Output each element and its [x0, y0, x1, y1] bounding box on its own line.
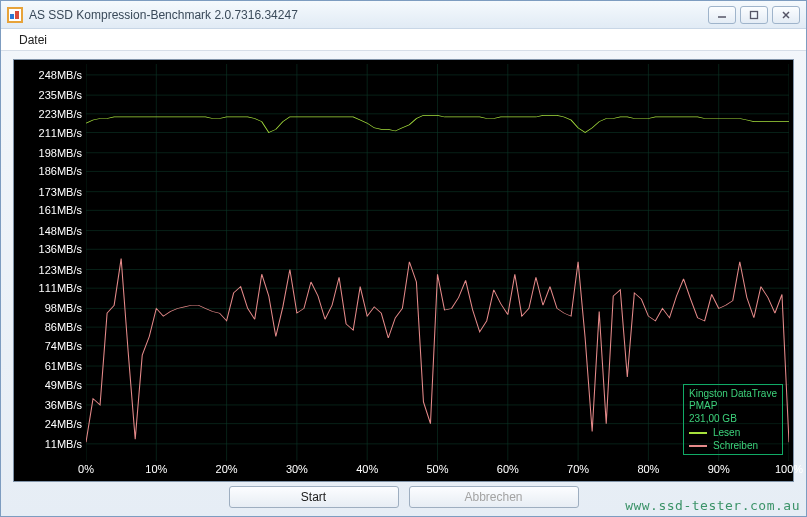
y-tick-label: 98MB/s [45, 302, 82, 314]
start-button[interactable]: Start [229, 486, 399, 508]
legend-write-row: Schreiben [689, 440, 777, 453]
y-tick-label: 123MB/s [39, 264, 82, 276]
y-tick-label: 11MB/s [45, 438, 82, 450]
y-tick-label: 74MB/s [45, 340, 82, 352]
svg-rect-3 [15, 11, 19, 19]
y-tick-label: 49MB/s [45, 379, 82, 391]
legend-read-row: Lesen [689, 427, 777, 440]
legend-read-label: Lesen [713, 427, 740, 440]
plot-area: Kingston DataTrave PMAP 231,00 GB Lesen … [86, 64, 789, 461]
x-tick-label: 0% [78, 463, 94, 475]
watermark: www.ssd-tester.com.au [625, 498, 800, 513]
x-tick-label: 60% [497, 463, 519, 475]
chart-area: 11MB/s24MB/s36MB/s49MB/s61MB/s74MB/s86MB… [13, 59, 794, 482]
y-tick-label: 24MB/s [45, 418, 82, 430]
x-tick-label: 10% [145, 463, 167, 475]
y-tick-label: 211MB/s [39, 127, 82, 139]
legend-device: Kingston DataTrave [689, 388, 777, 401]
y-tick-label: 173MB/s [39, 186, 82, 198]
y-tick-label: 61MB/s [45, 360, 82, 372]
y-tick-label: 198MB/s [39, 147, 82, 159]
x-axis-labels: 0%10%20%30%40%50%60%70%80%90%100% [86, 461, 789, 481]
x-tick-label: 80% [637, 463, 659, 475]
x-tick-label: 20% [216, 463, 238, 475]
minimize-button[interactable] [708, 6, 736, 24]
menu-file[interactable]: Datei [11, 31, 55, 49]
app-window: AS SSD Kompression-Benchmark 2.0.7316.34… [0, 0, 807, 517]
y-tick-label: 136MB/s [39, 243, 82, 255]
y-tick-label: 235MB/s [39, 89, 82, 101]
legend-write-swatch [689, 445, 707, 447]
window-title: AS SSD Kompression-Benchmark 2.0.7316.34… [29, 8, 708, 22]
benchmark-chart: 11MB/s24MB/s36MB/s49MB/s61MB/s74MB/s86MB… [14, 60, 793, 481]
y-tick-label: 161MB/s [39, 204, 82, 216]
y-tick-label: 111MB/s [39, 282, 82, 294]
x-tick-label: 30% [286, 463, 308, 475]
titlebar: AS SSD Kompression-Benchmark 2.0.7316.34… [1, 1, 806, 29]
window-controls [708, 6, 800, 24]
close-button[interactable] [772, 6, 800, 24]
x-tick-label: 40% [356, 463, 378, 475]
y-tick-label: 148MB/s [39, 225, 82, 237]
legend-device-sub: PMAP [689, 400, 777, 413]
y-tick-label: 86MB/s [45, 321, 82, 333]
legend-write-label: Schreiben [713, 440, 758, 453]
menubar: Datei [1, 29, 806, 51]
y-tick-label: 248MB/s [39, 69, 82, 81]
y-tick-label: 36MB/s [45, 399, 82, 411]
legend-read-swatch [689, 432, 707, 434]
x-tick-label: 70% [567, 463, 589, 475]
x-tick-label: 90% [708, 463, 730, 475]
legend-capacity: 231,00 GB [689, 413, 777, 426]
cancel-button[interactable]: Abbrechen [409, 486, 579, 508]
y-axis-labels: 11MB/s24MB/s36MB/s49MB/s61MB/s74MB/s86MB… [14, 60, 86, 461]
chart-legend: Kingston DataTrave PMAP 231,00 GB Lesen … [683, 384, 783, 456]
maximize-button[interactable] [740, 6, 768, 24]
y-tick-label: 186MB/s [39, 165, 82, 177]
app-icon [7, 7, 23, 23]
x-tick-label: 50% [426, 463, 448, 475]
svg-rect-5 [751, 11, 758, 18]
svg-rect-2 [10, 14, 14, 19]
y-tick-label: 223MB/s [39, 108, 82, 120]
x-tick-label: 100% [775, 463, 803, 475]
